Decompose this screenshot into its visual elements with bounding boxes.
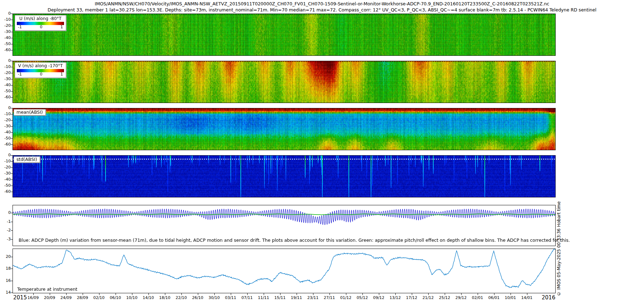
y-tick-label: -10 xyxy=(0,112,11,117)
y-tick-label: 16 xyxy=(0,278,11,283)
absi-std-heatmap xyxy=(13,156,555,197)
x-tick-label: 20/09 xyxy=(42,295,58,300)
y-tick-label: -10 xyxy=(0,159,11,164)
y-tick-mark xyxy=(11,230,13,231)
y-tick-mark xyxy=(11,167,13,168)
y-tick-mark xyxy=(11,97,13,98)
x-tick-mark xyxy=(428,293,429,295)
y-tick-mark xyxy=(11,239,13,240)
u-velocity-heatmap xyxy=(13,14,555,55)
x-tick-label: 10/10 xyxy=(124,295,140,300)
x-tick-mark xyxy=(165,293,165,295)
absi-mean-label: mean(ABSI) xyxy=(14,109,46,116)
x-tick-mark xyxy=(33,293,34,295)
x-tick-label: 18/10 xyxy=(157,295,173,300)
y-tick-label: -1 xyxy=(0,219,11,224)
x-tick-label: 14/01 xyxy=(519,295,535,300)
panel-absi-std: std(ABSI) xyxy=(13,155,556,197)
depth-variation-note: Blue: ADCP Depth (m) variation from sens… xyxy=(19,237,570,243)
temperature-plot xyxy=(13,249,555,293)
y-tick-mark xyxy=(11,91,13,92)
x-tick-mark xyxy=(198,293,198,295)
y-tick-mark xyxy=(11,50,13,50)
y-tick-label: -60 xyxy=(0,142,11,147)
y-tick-label: 0 xyxy=(0,210,11,215)
x-tick-mark xyxy=(297,293,297,295)
y-tick-label: -60 xyxy=(0,48,11,53)
y-tick-label: -50 xyxy=(0,41,11,46)
x-tick-mark xyxy=(313,293,313,295)
y-tick-label: -2 xyxy=(0,228,11,233)
y-tick-mark xyxy=(11,192,13,192)
x-tick-label: 23/11 xyxy=(305,295,321,300)
adcp-figure: IMOS/ANMN/NSW/CH070/Velocity/IMOS_ANMN-N… xyxy=(0,0,644,304)
x-tick-mark xyxy=(362,293,363,295)
y-tick-mark xyxy=(11,293,13,293)
x-tick-mark xyxy=(494,293,494,295)
y-tick-label: -40 xyxy=(0,130,11,135)
panel-u-velocity: U (m/s) along -80°T -1 0 1 xyxy=(13,14,556,56)
x-tick-mark xyxy=(511,293,511,295)
v-legend-title: V (m/s) along -170°T xyxy=(16,63,65,68)
y-tick-label: -30 xyxy=(0,124,11,129)
y-tick-label: -20 xyxy=(0,165,11,170)
absi-mean-heatmap xyxy=(13,108,555,150)
x-tick-mark xyxy=(527,293,527,295)
x-tick-label: 06/10 xyxy=(107,295,124,300)
y-tick-label: 0 xyxy=(0,58,11,63)
y-tick-mark xyxy=(11,120,13,121)
x-tick-mark xyxy=(181,293,182,295)
y-tick-mark xyxy=(11,38,13,38)
y-tick-mark xyxy=(11,144,13,145)
y-tick-label: 20 xyxy=(0,254,11,259)
colorbar-tick: -1 xyxy=(18,25,22,29)
y-tick-mark xyxy=(11,269,13,269)
y-tick-mark xyxy=(11,281,13,281)
y-tick-mark xyxy=(11,67,13,67)
x-tick-label: 15/11 xyxy=(272,295,288,300)
x-tick-label: 24/09 xyxy=(58,295,74,300)
y-tick-mark xyxy=(11,173,13,174)
y-tick-mark xyxy=(11,138,13,139)
figure-title: IMOS/ANMN/NSW/CH070/Velocity/IMOS_ANMN-N… xyxy=(0,1,644,6)
x-tick-label: 14/10 xyxy=(140,295,157,300)
x-tick-label: 01/12 xyxy=(338,295,354,300)
figure-subtitle: Deployment 33, member 1 lat=30.27S lon=1… xyxy=(0,7,644,13)
v-colorbar-legend: V (m/s) along -170°T -1 0 1 xyxy=(15,62,66,78)
x-tick-label: 17/12 xyxy=(404,295,420,300)
y-tick-label: 0 xyxy=(0,153,11,158)
y-tick-mark xyxy=(11,155,13,156)
x-tick-mark xyxy=(346,293,346,295)
y-tick-mark xyxy=(11,79,13,79)
y-tick-mark xyxy=(11,73,13,73)
u-colorbar-legend: U (m/s) along -80°T -1 0 1 xyxy=(15,15,66,31)
y-tick-label: -10 xyxy=(0,17,11,22)
x-tick-mark xyxy=(83,293,83,295)
x-tick-label: 13/12 xyxy=(387,295,404,300)
x-tick-label: 11/11 xyxy=(255,295,272,300)
imos-copyright-watermark: © IMOS 05-May-2025 00:33:36 Hobart time xyxy=(556,161,561,296)
y-tick-mark xyxy=(11,85,13,85)
x-tick-label: 03/11 xyxy=(223,295,239,300)
x-tick-mark xyxy=(264,293,264,295)
u-colorbar-ticks: -1 0 1 xyxy=(16,25,65,29)
y-tick-label: -40 xyxy=(0,83,11,88)
y-tick-label: -40 xyxy=(0,177,11,182)
u-legend-title: U (m/s) along -80°T xyxy=(16,16,65,21)
y-tick-label: -60 xyxy=(0,189,11,194)
y-tick-label: -3 xyxy=(0,237,11,242)
y-tick-mark xyxy=(11,61,13,61)
v-colorbar-ticks: -1 0 1 xyxy=(16,72,65,77)
x-tick-mark xyxy=(445,293,445,295)
panel-v-velocity: V (m/s) along -170°T -1 0 1 xyxy=(13,61,556,103)
y-tick-label: -50 xyxy=(0,89,11,94)
x-tick-label: 16/09 xyxy=(25,295,42,300)
x-tick-mark xyxy=(379,293,379,295)
x-tick-label: 10/01 xyxy=(502,295,519,300)
absi-std-label: std(ABSI) xyxy=(14,156,40,163)
x-tick-label: 30/10 xyxy=(206,295,223,300)
x-tick-mark xyxy=(99,293,99,295)
x-tick-mark xyxy=(66,293,67,295)
panel-temperature xyxy=(13,249,556,293)
colorbar-tick: 0 xyxy=(40,72,42,77)
